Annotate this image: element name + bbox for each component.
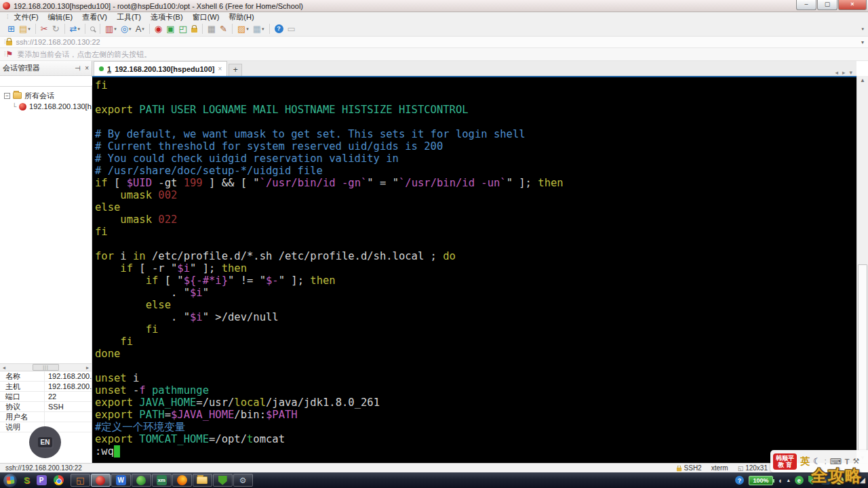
terminal-line: [95, 92, 856, 104]
session-manager-header: 会话管理器 ⊤ ×: [0, 61, 92, 76]
open-sessions-icon[interactable]: ▤▾: [17, 23, 33, 35]
maximize-button[interactable]: ▢: [817, 0, 837, 10]
property-value[interactable]: SSH: [45, 402, 92, 411]
fullscreen-icon[interactable]: ◰: [176, 23, 189, 35]
tree-root-label[interactable]: 所有会话: [24, 91, 54, 101]
taskbar-firefox-button[interactable]: [172, 474, 192, 487]
session-search-box[interactable]: [0, 76, 92, 87]
taskbar-antivirus-button[interactable]: [213, 474, 233, 487]
close-button[interactable]: ×: [838, 0, 867, 10]
property-label: 主机: [0, 382, 45, 391]
property-value[interactable]: 192.168.200...: [45, 371, 92, 381]
tray-hidden-icons-button[interactable]: ▴: [787, 477, 790, 483]
tree-expander-icon[interactable]: −: [4, 93, 10, 99]
tray-e-icon[interactable]: e: [795, 476, 804, 485]
taskbar-chrome-icon[interactable]: [54, 474, 64, 487]
tab-scroll-right-icon[interactable]: ▸: [842, 69, 846, 76]
vscroll-up-icon[interactable]: ▲: [857, 76, 868, 85]
toolbar-separator: [232, 24, 233, 34]
tree-item-all-sessions[interactable]: − 所有会话: [0, 90, 92, 101]
xftp-icon[interactable]: ▣: [164, 23, 176, 35]
property-row: 端口22: [0, 392, 92, 402]
taskbar-sogou-icon[interactable]: S: [24, 474, 30, 487]
notice-text: 要添加当前会话，点击左侧的箭头按钮。: [17, 49, 151, 60]
taskbar-p-icon[interactable]: P: [37, 474, 47, 487]
ime-indicator-overlay[interactable]: EN: [29, 426, 61, 458]
new-file-icon[interactable]: ▥▾: [103, 23, 119, 35]
tab-menu-icon[interactable]: ▾: [849, 69, 852, 76]
properties-hscrollbar[interactable]: ◂ ||| ▸: [0, 363, 92, 371]
windows-taskbar: SP◱Wxm⚙ ?100%◖▴e✓▪+⚐◢: [0, 472, 868, 488]
pin-icon[interactable]: ⊤: [74, 65, 81, 71]
find-icon[interactable]: [88, 23, 97, 35]
start-button[interactable]: [3, 474, 17, 487]
tree-session-label[interactable]: 192.168.200.130[hspe: [29, 102, 92, 110]
taskbar-explorer-button[interactable]: [193, 474, 212, 487]
lock-icon[interactable]: [189, 23, 199, 35]
highlight-pen-icon[interactable]: ✎: [218, 23, 229, 35]
tray-help-icon[interactable]: ?: [735, 476, 744, 485]
taskbar-explorer-icon: [197, 476, 208, 484]
feedback-icon[interactable]: ▭: [285, 23, 298, 35]
help-icon[interactable]: ?: [273, 23, 285, 35]
font-icon[interactable]: A▾: [134, 23, 146, 35]
taskbar-xshell-button[interactable]: [91, 474, 111, 487]
terminal-line: if [ -r "$i" ]; then: [95, 262, 856, 274]
web-icon[interactable]: ◎▾: [119, 23, 134, 35]
taskbar-tools-button[interactable]: ⚙: [233, 474, 253, 487]
tree-item-session[interactable]: └ 192.168.200.130[hspe: [0, 101, 92, 112]
address-dropdown-icon[interactable]: ▾: [861, 39, 864, 45]
tab-active-session[interactable]: 1 192.168.200.130[hspedu100] ×: [94, 61, 227, 76]
menu-tab[interactable]: 选项卡(B): [151, 12, 183, 22]
taskbar-w-app-button[interactable]: W: [111, 474, 131, 487]
hscroll-thumb[interactable]: |||: [33, 364, 60, 371]
disconnect-icon[interactable]: ✂: [39, 23, 50, 35]
menu-view[interactable]: 查看(V): [82, 12, 107, 22]
menu-help[interactable]: 帮助(H): [229, 12, 254, 22]
hscroll-left-icon[interactable]: ◂: [0, 365, 8, 371]
menu-file[interactable]: 文件(F): [14, 12, 39, 22]
skin-icon[interactable]: T: [845, 458, 850, 466]
taskbar-winapp-button[interactable]: ◱: [71, 474, 90, 487]
transfer-icon[interactable]: ⇄▾: [68, 23, 82, 35]
toolbar-grip: ⁞: [7, 14, 9, 20]
flag-icon: ⚑: [6, 49, 14, 59]
terminal-line: # By default, we want umask to get set. …: [95, 128, 856, 140]
session-search-input[interactable]: [3, 77, 92, 85]
tab-scroll-left-icon[interactable]: ◂: [835, 69, 838, 76]
address-bar[interactable]: ⁞ ssh://192.168.200.130:22 ▾: [0, 37, 868, 48]
new-session-icon[interactable]: ⊞: [5, 23, 17, 35]
xshell-icon[interactable]: ◉: [153, 23, 164, 35]
terminal-line: . "$i" >/dev/null: [95, 311, 856, 323]
terminal-line: else: [95, 299, 856, 311]
menu-tools[interactable]: 工具(T): [117, 12, 141, 22]
property-value[interactable]: 22: [45, 392, 92, 401]
new-tab-button[interactable]: +: [229, 64, 242, 76]
property-value[interactable]: [45, 412, 92, 422]
minimize-button[interactable]: –: [796, 0, 816, 10]
panel-close-icon[interactable]: ×: [85, 64, 89, 72]
tab-close-icon[interactable]: ×: [218, 65, 222, 73]
menu-window[interactable]: 窗口(W): [193, 12, 220, 22]
terminal-screen[interactable]: fi export PATH USER LOGNAME MAIL HOSTNAM…: [92, 77, 856, 463]
folder-options-icon[interactable]: ▨▾: [235, 23, 251, 35]
layout-icon[interactable]: ▦▾: [251, 23, 267, 35]
ime-language-indicator[interactable]: 英: [800, 455, 810, 468]
taskbar-sogou-icon: S: [24, 475, 30, 485]
taskbar-green-app-button[interactable]: [132, 474, 151, 487]
hscroll-right-icon[interactable]: ▸: [83, 365, 92, 371]
reconnect-icon[interactable]: ↻: [50, 23, 62, 35]
menu-edit[interactable]: 编辑(E): [48, 12, 73, 22]
title-bar[interactable]: 192.168.200.130[hspedu100] - root@hspEdu…: [0, 0, 868, 12]
property-value[interactable]: 192.168.200...: [45, 382, 92, 391]
toolbar-overflow-icon[interactable]: ▾: [861, 26, 864, 32]
vscroll-thumb[interactable]: [858, 264, 867, 451]
bank-icon[interactable]: ▦: [205, 23, 218, 35]
terminal-line: # Current threshold for system reserved …: [95, 140, 856, 152]
tray-power-plug-icon[interactable]: ◖: [778, 476, 783, 485]
tab-strip: 1 192.168.200.130[hspedu100] × + ◂ ▸ ▾: [92, 61, 856, 76]
tray-battery-indicator[interactable]: 100%: [749, 476, 773, 485]
address-url[interactable]: ssh://192.168.200.130:22: [16, 38, 100, 46]
terminal-vscrollbar[interactable]: ▲ ▼: [856, 76, 868, 463]
taskbar-xm-app-button[interactable]: xm: [152, 474, 172, 487]
